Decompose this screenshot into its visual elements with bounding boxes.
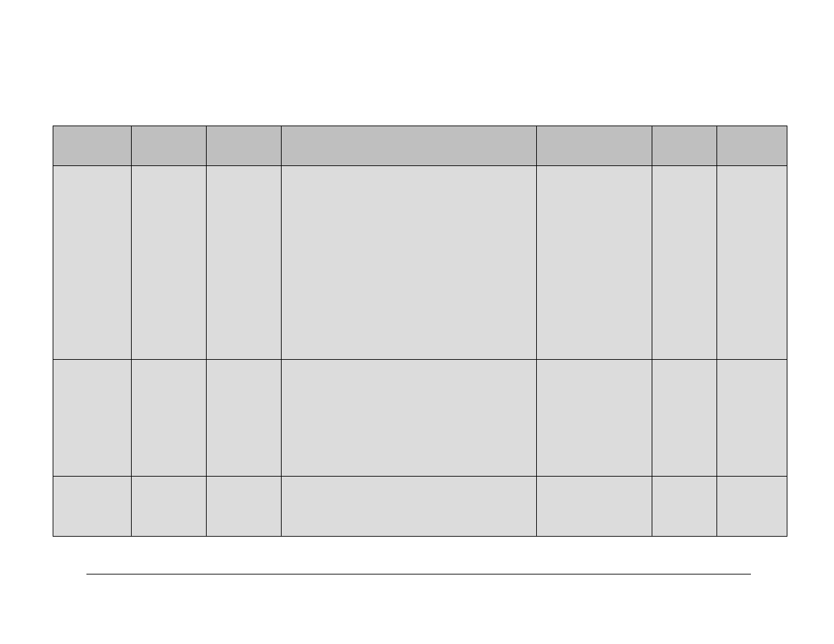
table-cell (53, 360, 132, 477)
table-cell (717, 166, 787, 360)
table-cell (53, 166, 132, 360)
table-cell (536, 360, 652, 477)
table-cell (206, 166, 281, 360)
table-cell (717, 477, 787, 537)
table-header-cell (53, 126, 132, 166)
table-row (53, 360, 787, 477)
table-cell (131, 166, 206, 360)
table-header-cell (652, 126, 717, 166)
table-header-cell (536, 126, 652, 166)
table-cell (717, 360, 787, 477)
data-table (53, 126, 787, 537)
table-header-cell (281, 126, 536, 166)
table-cell (131, 360, 206, 477)
table-header-cell (131, 126, 206, 166)
table-cell (53, 477, 132, 537)
table-cell (652, 360, 717, 477)
table-cell (206, 477, 281, 537)
table-cell (281, 477, 536, 537)
table-cell (281, 360, 536, 477)
table-cell (536, 477, 652, 537)
table-row (53, 477, 787, 537)
table-row (53, 166, 787, 360)
table-container (53, 126, 787, 537)
table-header-cell (717, 126, 787, 166)
table-header-row (53, 126, 787, 166)
table-cell (652, 477, 717, 537)
table-cell (206, 360, 281, 477)
table-cell (652, 166, 717, 360)
table-cell (281, 166, 536, 360)
table-cell (131, 477, 206, 537)
page (0, 0, 834, 644)
table-header-cell (206, 126, 281, 166)
footer-horizontal-rule (86, 574, 751, 574)
table-cell (536, 166, 652, 360)
